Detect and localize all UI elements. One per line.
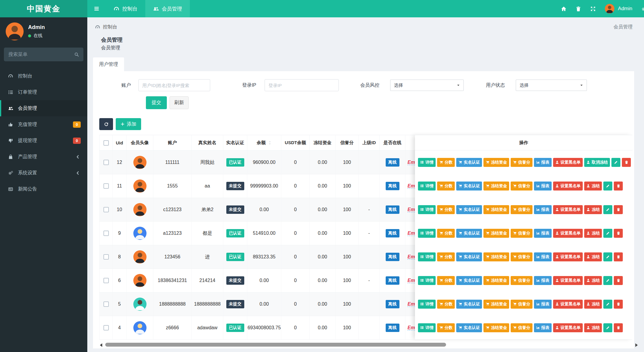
action-real-name-button[interactable]: 实名认证 bbox=[456, 252, 482, 261]
action-blacklist-button[interactable]: 设置黑名单 bbox=[553, 182, 583, 191]
action-report-button[interactable]: 报表 bbox=[534, 229, 552, 238]
action-credit-score-button[interactable]: 信誉分 bbox=[511, 205, 532, 214]
remark-link[interactable]: Em bbox=[408, 160, 415, 165]
action-score-button[interactable]: 分数 bbox=[437, 205, 455, 214]
sidebar-toggle-button[interactable] bbox=[87, 0, 106, 17]
settings-cogs-icon[interactable] bbox=[641, 6, 644, 12]
action-edit-button[interactable] bbox=[603, 276, 612, 285]
row-select-checkbox[interactable] bbox=[103, 301, 109, 307]
risk-select[interactable]: 选择 bbox=[390, 80, 464, 91]
user-status-select[interactable]: 选择 bbox=[516, 80, 587, 91]
action-edit-button[interactable] bbox=[603, 300, 612, 309]
action-details-button[interactable]: 详情 bbox=[418, 300, 436, 309]
trash-icon[interactable] bbox=[576, 6, 581, 12]
action-edit-button[interactable] bbox=[603, 229, 612, 238]
row-select-checkbox[interactable] bbox=[103, 231, 109, 236]
action-freeze-funds-button[interactable]: 冻结资金 bbox=[483, 300, 509, 309]
action-blacklist-button[interactable]: 设置黑名单 bbox=[553, 252, 583, 261]
nav-item-1[interactable]: 会员管理 bbox=[145, 0, 190, 17]
login-ip-input[interactable] bbox=[265, 79, 339, 91]
action-details-button[interactable]: 详情 bbox=[418, 229, 436, 238]
action-blacklist-button[interactable]: 设置黑名单 bbox=[553, 323, 583, 332]
action-delete-button[interactable] bbox=[614, 205, 623, 214]
action-credit-score-button[interactable]: 信誉分 bbox=[511, 323, 532, 332]
action-report-button[interactable]: 报表 bbox=[534, 252, 552, 261]
action-blacklist-button[interactable]: 设置黑名单 bbox=[553, 158, 583, 167]
action-edit-button[interactable] bbox=[603, 323, 612, 332]
submit-button[interactable]: 提交 bbox=[146, 96, 167, 109]
action-real-name-button[interactable]: 实名认证 bbox=[456, 229, 482, 238]
action-freeze-button[interactable]: 冻结 bbox=[584, 252, 602, 261]
action-report-button[interactable]: 报表 bbox=[534, 205, 552, 214]
action-real-name-button[interactable]: 实名认证 bbox=[456, 300, 482, 309]
action-freeze-button[interactable]: 冻结 bbox=[584, 323, 602, 332]
scroll-right-arrow[interactable] bbox=[635, 343, 638, 347]
sidebar-item-7[interactable]: 新闻公告 bbox=[0, 181, 87, 197]
refresh-button[interactable]: 刷新 bbox=[170, 96, 189, 109]
sort-icon[interactable] bbox=[268, 141, 272, 145]
action-delete-button[interactable] bbox=[614, 252, 623, 261]
action-report-button[interactable]: 报表 bbox=[534, 300, 552, 309]
action-blacklist-button[interactable]: 设置黑名单 bbox=[553, 300, 583, 309]
action-blacklist-button[interactable]: 设置黑名单 bbox=[553, 205, 583, 214]
action-details-button[interactable]: 详情 bbox=[418, 205, 436, 214]
navbar-user[interactable]: Admin bbox=[605, 4, 632, 13]
action-edit-button[interactable] bbox=[603, 182, 612, 191]
remark-link[interactable]: Em bbox=[408, 231, 415, 236]
action-edit-button[interactable] bbox=[611, 158, 620, 167]
action-freeze-funds-button[interactable]: 冻结资金 bbox=[483, 323, 509, 332]
sidebar-item-3[interactable]: 充值管理0 bbox=[0, 116, 87, 132]
action-delete-button[interactable] bbox=[622, 158, 631, 167]
action-credit-score-button[interactable]: 信誉分 bbox=[511, 182, 532, 191]
action-credit-score-button[interactable]: 信誉分 bbox=[511, 300, 532, 309]
action-credit-score-button[interactable]: 信誉分 bbox=[511, 229, 532, 238]
scrollbar-thumb[interactable] bbox=[105, 343, 446, 347]
row-select-checkbox[interactable] bbox=[103, 325, 109, 330]
reload-table-button[interactable] bbox=[99, 118, 113, 130]
action-blacklist-button[interactable]: 设置黑名单 bbox=[553, 229, 583, 238]
row-select-checkbox[interactable] bbox=[103, 254, 109, 260]
remark-link[interactable]: Em bbox=[408, 278, 415, 283]
search-icon[interactable] bbox=[74, 52, 79, 57]
tab-user-management[interactable]: 用户管理 bbox=[93, 57, 124, 71]
action-report-button[interactable]: 报表 bbox=[534, 182, 552, 191]
row-select-checkbox[interactable] bbox=[103, 278, 109, 283]
remark-link[interactable]: Em bbox=[408, 254, 415, 260]
action-credit-score-button[interactable]: 信誉分 bbox=[511, 276, 532, 285]
action-details-button[interactable]: 详情 bbox=[418, 276, 436, 285]
action-score-button[interactable]: 分数 bbox=[437, 300, 455, 309]
add-member-button[interactable]: 添加 bbox=[116, 118, 141, 130]
remark-link[interactable]: Em bbox=[408, 207, 415, 212]
action-edit-button[interactable] bbox=[603, 205, 612, 214]
account-search-input[interactable] bbox=[138, 79, 210, 91]
action-delete-button[interactable] bbox=[614, 323, 623, 332]
nav-item-0[interactable]: 控制台 bbox=[106, 0, 145, 17]
action-details-button[interactable]: 详情 bbox=[418, 182, 436, 191]
remark-link[interactable]: Em bbox=[408, 301, 415, 307]
action-report-button[interactable]: 报表 bbox=[534, 276, 552, 285]
sidebar-item-5[interactable]: 产品管理 bbox=[0, 149, 87, 165]
action-freeze-funds-button[interactable]: 冻结资金 bbox=[483, 252, 509, 261]
action-delete-button[interactable] bbox=[614, 182, 623, 191]
action-unfreeze-button[interactable]: 取消冻结 bbox=[584, 158, 610, 167]
action-score-button[interactable]: 分数 bbox=[437, 182, 455, 191]
action-details-button[interactable]: 详情 bbox=[418, 158, 436, 167]
action-score-button[interactable]: 分数 bbox=[437, 323, 455, 332]
action-delete-button[interactable] bbox=[614, 229, 623, 238]
action-real-name-button[interactable]: 实名认证 bbox=[456, 158, 482, 167]
fullscreen-icon[interactable] bbox=[590, 6, 596, 12]
action-real-name-button[interactable]: 实名认证 bbox=[456, 205, 482, 214]
row-select-checkbox[interactable] bbox=[103, 160, 109, 165]
action-report-button[interactable]: 报表 bbox=[534, 323, 552, 332]
breadcrumb-dashboard-link[interactable]: 控制台 bbox=[95, 24, 117, 30]
action-score-button[interactable]: 分数 bbox=[437, 252, 455, 261]
action-real-name-button[interactable]: 实名认证 bbox=[456, 323, 482, 332]
action-freeze-funds-button[interactable]: 冻结资金 bbox=[483, 182, 509, 191]
sidebar-item-6[interactable]: 系统设置 bbox=[0, 165, 87, 181]
row-select-checkbox[interactable] bbox=[103, 183, 109, 189]
action-freeze-button[interactable]: 冻结 bbox=[584, 276, 602, 285]
action-blacklist-button[interactable]: 设置黑名单 bbox=[553, 276, 583, 285]
action-delete-button[interactable] bbox=[614, 300, 623, 309]
action-details-button[interactable]: 详情 bbox=[418, 323, 436, 332]
action-score-button[interactable]: 分数 bbox=[437, 276, 455, 285]
